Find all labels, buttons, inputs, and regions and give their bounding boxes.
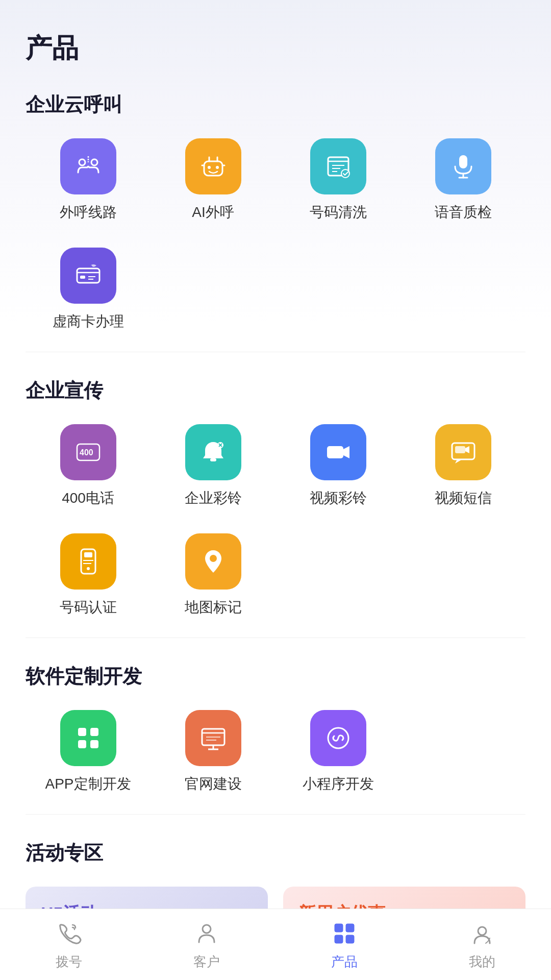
svg-rect-26	[210, 458, 216, 461]
svg-point-1	[91, 159, 97, 165]
map-mark-icon	[185, 533, 241, 590]
svg-rect-32	[455, 446, 465, 453]
product-voice-check[interactable]: 语音质检	[400, 138, 525, 222]
svg-text:400: 400	[80, 448, 93, 457]
product-400-phone[interactable]: 400 400电话	[26, 424, 151, 508]
promo-grid: 400 400电话 企业彩铃	[26, 424, 525, 617]
svg-rect-65	[335, 935, 343, 943]
nav-item-customer[interactable]: 客户	[156, 918, 258, 971]
software-grid: APP定制开发 官网建设	[26, 710, 525, 794]
product-website-build[interactable]: 官网建设	[151, 710, 276, 794]
product-nav-icon	[329, 918, 360, 949]
product-ai-outbound[interactable]: AI外呼	[151, 138, 276, 222]
map-mark-label: 地图标记	[185, 598, 242, 617]
svg-rect-34	[84, 552, 92, 557]
svg-point-0	[79, 159, 85, 165]
mine-icon	[467, 918, 497, 949]
customer-nav-label: 客户	[193, 953, 220, 971]
nav-item-dial[interactable]: 拨号	[18, 918, 120, 971]
cloud-call-grid: 外呼线路 AI外呼	[26, 138, 525, 331]
svg-rect-19	[77, 268, 99, 283]
svg-rect-66	[346, 935, 354, 943]
svg-rect-64	[346, 924, 354, 932]
page-title: 产品	[0, 0, 551, 82]
section-title-activity: 活动专区	[26, 840, 525, 866]
video-sms-label: 视频短信	[435, 488, 492, 508]
400-phone-icon: 400	[60, 424, 116, 480]
svg-point-37	[87, 567, 90, 570]
svg-point-38	[210, 555, 217, 562]
product-app-dev[interactable]: APP定制开发	[26, 710, 151, 794]
miniprogram-dev-icon	[310, 710, 366, 766]
ai-outbound-label: AI外呼	[192, 203, 234, 222]
product-virtual-card[interactable]: 虚商卡办理	[26, 248, 151, 331]
video-ringtone-icon	[310, 424, 366, 480]
400-phone-label: 400电话	[62, 488, 114, 508]
voice-check-label: 语音质检	[435, 203, 492, 222]
virtual-card-icon	[60, 248, 116, 304]
section-enterprise-promo: 企业宣传 400 400电话	[0, 368, 551, 632]
app-dev-label: APP定制开发	[45, 774, 131, 794]
svg-point-15	[341, 169, 349, 178]
svg-rect-21	[80, 276, 85, 279]
nav-item-product[interactable]: 产品	[293, 918, 395, 971]
product-number-clean[interactable]: 号码清洗	[276, 138, 400, 222]
app-dev-icon	[60, 710, 116, 766]
video-sms-icon	[435, 424, 491, 480]
section-cloud-call: 企业云呼叫 外呼线路	[0, 82, 551, 347]
section-title-software: 软件定制开发	[26, 664, 525, 690]
enterprise-ringtone-icon	[185, 424, 241, 480]
separator-1	[26, 352, 525, 352]
customer-icon	[191, 918, 222, 949]
website-build-label: 官网建设	[185, 774, 242, 794]
separator-2	[26, 638, 525, 638]
product-outbound-line[interactable]: 外呼线路	[26, 138, 151, 222]
bottom-nav: 拨号 客户 产品 我的	[0, 909, 551, 980]
svg-rect-30	[327, 446, 343, 458]
outbound-line-icon	[60, 138, 116, 194]
product-number-auth[interactable]: 号码认证	[26, 533, 151, 617]
virtual-card-label: 虚商卡办理	[53, 312, 124, 331]
svg-rect-39	[78, 728, 86, 736]
svg-point-4	[208, 166, 211, 169]
svg-point-67	[478, 927, 486, 935]
website-build-icon	[185, 710, 241, 766]
number-auth-icon	[60, 533, 116, 590]
svg-rect-16	[459, 155, 467, 168]
number-auth-label: 号码认证	[60, 598, 117, 617]
dial-icon	[54, 918, 84, 949]
product-video-sms[interactable]: 视频短信	[400, 424, 525, 508]
number-clean-icon	[310, 138, 366, 194]
dial-nav-label: 拨号	[56, 953, 82, 971]
separator-3	[26, 814, 525, 815]
svg-rect-41	[78, 740, 86, 748]
section-title-promo: 企业宣传	[26, 378, 525, 404]
miniprogram-dev-label: 小程序开发	[303, 774, 374, 794]
product-miniprogram-dev[interactable]: 小程序开发	[276, 710, 400, 794]
video-ringtone-label: 视频彩铃	[310, 488, 367, 508]
enterprise-ringtone-label: 企业彩铃	[185, 488, 242, 508]
outbound-line-label: 外呼线路	[60, 203, 117, 222]
nav-item-mine[interactable]: 我的	[431, 918, 533, 971]
svg-point-62	[203, 925, 211, 933]
svg-rect-40	[90, 728, 98, 736]
product-nav-label: 产品	[331, 953, 358, 971]
number-clean-label: 号码清洗	[310, 203, 367, 222]
svg-rect-42	[90, 740, 98, 748]
mine-nav-label: 我的	[469, 953, 495, 971]
section-software-dev: 软件定制开发 APP定制开发	[0, 653, 551, 809]
product-map-mark[interactable]: 地图标记	[151, 533, 276, 617]
svg-point-5	[216, 166, 219, 169]
product-video-ringtone[interactable]: 视频彩铃	[276, 424, 400, 508]
svg-rect-63	[335, 924, 343, 932]
product-enterprise-ringtone[interactable]: 企业彩铃	[151, 424, 276, 508]
voice-check-icon	[435, 138, 491, 194]
section-title-cloud-call: 企业云呼叫	[26, 92, 525, 118]
ai-outbound-icon	[185, 138, 241, 194]
